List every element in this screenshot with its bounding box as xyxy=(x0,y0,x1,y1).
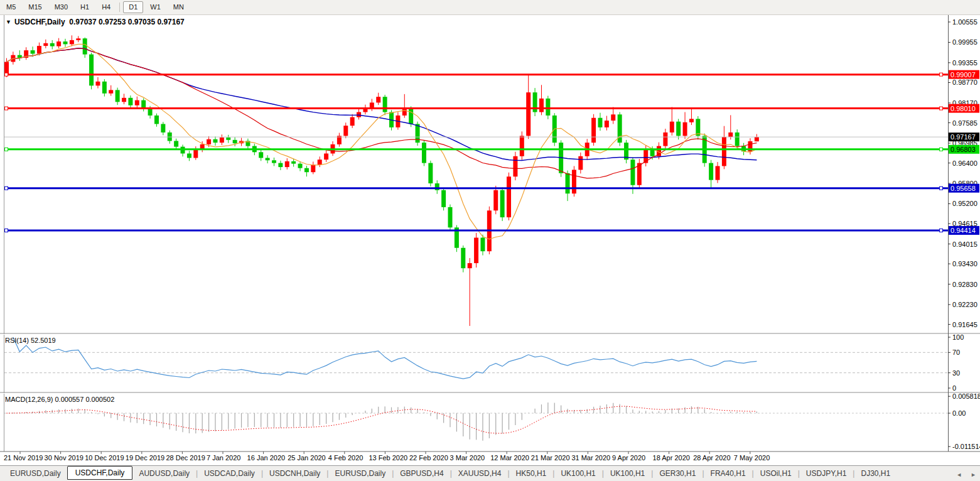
date-label: 19 Dec 2019 xyxy=(126,454,164,462)
timeframe-toolbar: M5M15M30H1H4D1W1MN xyxy=(0,0,980,15)
candle-down xyxy=(50,43,55,46)
tab-scroll-left-icon[interactable]: ◄ xyxy=(956,472,962,478)
candle-up xyxy=(572,170,576,193)
chart-tab-bar: EURUSD,DailyUSDCHF,DailyAUDUSD,Daily|USD… xyxy=(0,465,980,481)
price-tick-label: 0.95200 xyxy=(952,200,977,207)
candle-up xyxy=(285,161,289,167)
candle-down xyxy=(630,159,635,185)
tab-dj30-h1[interactable]: DJ30,H1 xyxy=(854,467,897,480)
timeframe-button-m15[interactable]: M15 xyxy=(23,1,47,13)
candle-up xyxy=(670,122,674,132)
chart-canvas[interactable]: 1.005550.999550.993550.987700.981700.975… xyxy=(0,0,980,465)
candle-up xyxy=(220,138,224,143)
tab-xauusd-h4[interactable]: XAUUSD,H4 xyxy=(452,467,508,480)
price-badge-label: 0.94414 xyxy=(950,227,976,234)
tab-scroll-arrows: ◄ ► xyxy=(956,472,976,478)
tab-usdcnh-daily[interactable]: USDCNH,Daily xyxy=(263,467,326,480)
candle-up xyxy=(318,159,322,165)
price-badge-label: 0.96803 xyxy=(950,146,976,153)
timeframe-button-h4[interactable]: H4 xyxy=(96,1,116,13)
tab-audusd-daily[interactable]: AUDUSD,Daily xyxy=(132,467,196,480)
candle-down xyxy=(422,143,426,163)
timeframe-button-w1[interactable]: W1 xyxy=(144,1,166,13)
tab-usdcad-daily[interactable]: USDCAD,Daily xyxy=(198,467,261,480)
candle-up xyxy=(193,149,198,158)
candle-down xyxy=(480,238,485,252)
tab-usdchf-daily[interactable]: USDCHF,Daily xyxy=(67,466,133,480)
line-handle xyxy=(5,73,8,76)
date-label: 13 Feb 2020 xyxy=(369,454,407,462)
candle-down xyxy=(266,158,270,160)
candle-down xyxy=(31,50,35,53)
date-label: 31 Mar 2020 xyxy=(571,454,610,462)
candle-up xyxy=(135,100,139,105)
date-label: 16 Jan 2020 xyxy=(247,454,286,462)
candle-down xyxy=(383,97,387,112)
line-handle xyxy=(940,229,943,232)
candle-up xyxy=(683,122,687,136)
candle-up xyxy=(728,132,733,137)
price-tick-label: 0.98770 xyxy=(952,78,977,86)
candle-down xyxy=(272,160,276,163)
tab-uk100-h1[interactable]: UK100,H1 xyxy=(604,467,651,480)
timeframe-button-m30[interactable]: M30 xyxy=(49,1,73,13)
date-label: 25 Jan 2020 xyxy=(288,454,326,462)
tab-eurusd-daily[interactable]: EURUSD,Daily xyxy=(328,467,392,480)
line-handle xyxy=(940,107,943,110)
date-label: 7 May 2020 xyxy=(734,454,770,462)
candle-up xyxy=(474,238,478,264)
price-tick-label: 0.99955 xyxy=(952,38,977,46)
candle-down xyxy=(233,140,237,143)
tab-ger30-h1[interactable]: GER30,H1 xyxy=(653,467,702,480)
candle-up xyxy=(755,137,759,141)
tab-usoil-h1[interactable]: USOil,H1 xyxy=(754,467,798,480)
tab-eurusd-daily[interactable]: EURUSD,Daily xyxy=(4,467,67,480)
price-badge-label: 0.99007 xyxy=(950,71,976,78)
candle-down xyxy=(409,109,413,124)
candle-up xyxy=(578,156,583,170)
line-handle xyxy=(5,186,8,190)
timeframe-button-d1[interactable]: D1 xyxy=(123,1,143,13)
candle-up xyxy=(539,99,544,112)
chart-dropdown-icon[interactable]: ▼ xyxy=(6,19,11,25)
candle-up xyxy=(468,263,472,268)
candle-down xyxy=(278,163,283,167)
candle-down xyxy=(441,190,446,207)
candle-up xyxy=(513,156,517,176)
candle-up xyxy=(70,40,74,44)
tab-gbpusd-h4[interactable]: GBPUSD,H4 xyxy=(394,467,450,480)
candle-down xyxy=(298,164,303,168)
candle-up xyxy=(402,109,407,116)
tab-scroll-right-icon[interactable]: ► xyxy=(971,472,976,478)
candle-up xyxy=(43,43,48,46)
price-badge-label: 0.95658 xyxy=(950,185,976,192)
tab-fra40-h1[interactable]: FRA40,H1 xyxy=(704,467,752,480)
candle-up xyxy=(122,98,126,102)
timeframe-button-mn[interactable]: MN xyxy=(168,1,190,13)
candle-up xyxy=(663,132,667,146)
trading-terminal-window: M5M15M30H1H4D1W1MN 1.005550.999550.99355… xyxy=(0,0,980,481)
candle-up xyxy=(207,139,211,144)
candle-up xyxy=(324,153,328,159)
price-tick-label: 0.92830 xyxy=(952,281,977,288)
timeframe-button-h1[interactable]: H1 xyxy=(75,1,95,13)
candle-up xyxy=(357,112,361,117)
date-label: 22 Feb 2020 xyxy=(409,454,448,462)
date-label: 7 Jan 2020 xyxy=(207,454,240,462)
candle-down xyxy=(148,109,153,116)
timeframe-button-m5[interactable]: M5 xyxy=(1,1,21,13)
candle-up xyxy=(343,126,348,136)
candle-up xyxy=(37,46,41,53)
line-handle xyxy=(5,229,8,232)
tab-uk100-h1[interactable]: UK100,H1 xyxy=(554,467,601,480)
candle-up xyxy=(95,82,100,85)
date-label: 21 Mar 2020 xyxy=(531,454,570,462)
rsi-indicator-label: RSI(14) 52.5019 xyxy=(5,337,56,344)
candle-down xyxy=(428,163,433,183)
chart-ohlc-values: 0.97037 0.97253 0.97035 0.97167 xyxy=(69,18,185,26)
candle-down xyxy=(187,153,191,158)
candle-down xyxy=(500,190,505,217)
tab-usdjpy-h1[interactable]: USDJPY,H1 xyxy=(800,467,853,480)
date-label: 4 Feb 2020 xyxy=(328,454,363,462)
tab-hk50-h1[interactable]: HK50,H1 xyxy=(510,467,553,480)
